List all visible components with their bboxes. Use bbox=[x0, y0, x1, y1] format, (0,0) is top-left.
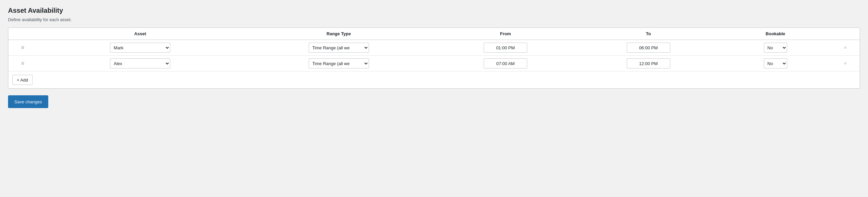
drag-handle[interactable]: ≡ bbox=[8, 56, 37, 72]
asset-select-1[interactable]: Mark bbox=[110, 43, 170, 53]
save-changes-button[interactable]: Save changes bbox=[8, 95, 48, 108]
asset-cell: Alex bbox=[37, 56, 243, 72]
action-col-header bbox=[831, 28, 860, 40]
bookable-cell: NoYes bbox=[720, 56, 831, 72]
bookable-cell: NoYes bbox=[720, 40, 831, 56]
asset-cell: Mark bbox=[37, 40, 243, 56]
range-type-select-2[interactable]: Time Range (all we bbox=[309, 58, 369, 68]
drag-col-header bbox=[8, 28, 37, 40]
bookable-select-2[interactable]: NoYes bbox=[764, 58, 787, 68]
from-col-header: From bbox=[434, 28, 577, 40]
asset-col-header: Asset bbox=[37, 28, 243, 40]
from-input-1[interactable] bbox=[484, 43, 527, 53]
page-description: Define availability for each asset. bbox=[8, 17, 860, 22]
availability-table-container: Asset Range Type From To Bookable ≡MarkT… bbox=[8, 28, 860, 89]
asset-select-2[interactable]: Alex bbox=[110, 58, 170, 68]
range-type-select-1[interactable]: Time Range (all we bbox=[309, 43, 369, 53]
table-row: ≡MarkTime Range (all weNoYes× bbox=[8, 40, 860, 56]
to-col-header: To bbox=[577, 28, 719, 40]
from-cell bbox=[434, 56, 577, 72]
from-cell bbox=[434, 40, 577, 56]
remove-row-button-1[interactable]: × bbox=[831, 40, 860, 56]
to-input-2[interactable] bbox=[627, 58, 670, 68]
bookable-select-1[interactable]: NoYes bbox=[764, 43, 787, 53]
add-row-container: + Add bbox=[8, 71, 860, 88]
table-header-row: Asset Range Type From To Bookable bbox=[8, 28, 860, 40]
remove-row-button-2[interactable]: × bbox=[831, 56, 860, 72]
to-cell bbox=[577, 56, 719, 72]
range-type-cell: Time Range (all we bbox=[243, 56, 434, 72]
from-input-2[interactable] bbox=[484, 58, 527, 68]
bookable-col-header: Bookable bbox=[720, 28, 831, 40]
availability-table: Asset Range Type From To Bookable ≡MarkT… bbox=[8, 28, 860, 71]
to-cell bbox=[577, 40, 719, 56]
range-col-header: Range Type bbox=[243, 28, 434, 40]
table-row: ≡AlexTime Range (all weNoYes× bbox=[8, 56, 860, 72]
add-row-button[interactable]: + Add bbox=[12, 75, 32, 85]
to-input-1[interactable] bbox=[627, 43, 670, 53]
range-type-cell: Time Range (all we bbox=[243, 40, 434, 56]
page-title: Asset Availability bbox=[8, 7, 860, 15]
drag-handle[interactable]: ≡ bbox=[8, 40, 37, 56]
